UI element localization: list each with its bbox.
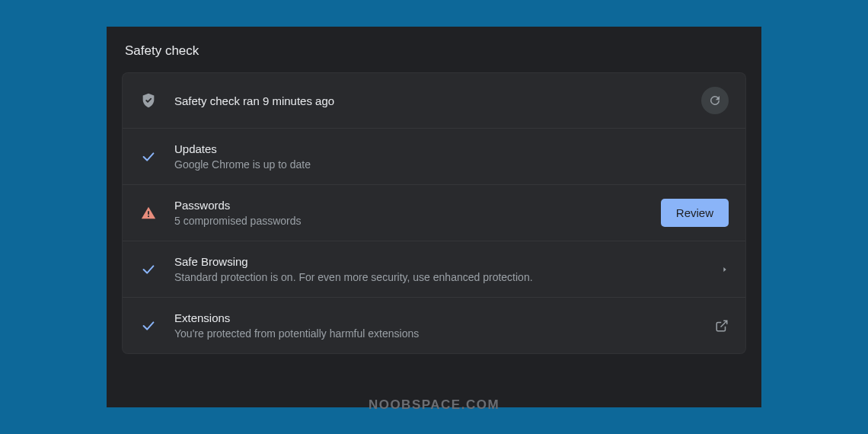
chevron-right-icon[interactable] [721, 266, 729, 273]
svg-rect-1 [148, 215, 149, 217]
safe-browsing-title: Safe Browsing [174, 255, 721, 268]
status-action [701, 87, 729, 114]
review-button[interactable]: Review [661, 199, 729, 227]
passwords-title: Passwords [174, 199, 661, 212]
warning-icon [139, 204, 158, 222]
extensions-subtitle: You're protected from potentially harmfu… [174, 327, 715, 340]
check-icon [139, 148, 158, 166]
status-text: Safety check ran 9 minutes ago [174, 94, 701, 107]
status-text-block: Safety check ran 9 minutes ago [174, 94, 701, 107]
passwords-text-block: Passwords 5 compromised passwords [174, 199, 661, 227]
panel-title: Safety check [122, 43, 746, 59]
passwords-row: Passwords 5 compromised passwords Review [123, 185, 745, 241]
svg-rect-0 [148, 211, 149, 215]
refresh-icon [708, 94, 722, 107]
updates-subtitle: Google Chrome is up to date [174, 158, 729, 171]
updates-text-block: Updates Google Chrome is up to date [174, 142, 729, 171]
check-icon [139, 260, 158, 279]
extensions-row[interactable]: Extensions You're protected from potenti… [123, 298, 745, 353]
safe-browsing-row[interactable]: Safe Browsing Standard protection is on.… [123, 241, 745, 298]
safety-check-panel: Safety check Safety check ran 9 minutes … [107, 27, 761, 407]
check-icon [139, 317, 158, 335]
refresh-button[interactable] [701, 87, 729, 114]
status-row: Safety check ran 9 minutes ago [123, 73, 745, 129]
watermark-text: NOOBSPACE.COM [369, 397, 499, 413]
safe-browsing-subtitle: Standard protection is on. For even more… [174, 271, 721, 283]
updates-row: Updates Google Chrome is up to date [123, 129, 745, 185]
safety-check-card: Safety check ran 9 minutes ago Updates G… [122, 72, 746, 354]
extensions-text-block: Extensions You're protected from potenti… [174, 311, 715, 340]
shield-check-icon [139, 91, 158, 110]
external-link-icon[interactable] [715, 319, 729, 333]
passwords-subtitle: 5 compromised passwords [174, 215, 661, 227]
passwords-action: Review [661, 199, 729, 227]
extensions-title: Extensions [174, 311, 715, 324]
safe-browsing-text-block: Safe Browsing Standard protection is on.… [174, 255, 721, 283]
updates-title: Updates [174, 142, 729, 155]
